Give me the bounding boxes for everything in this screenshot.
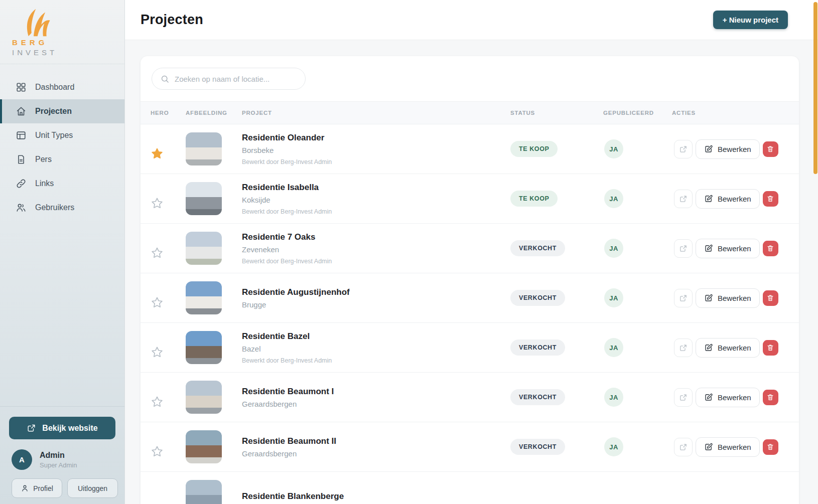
edit-icon (704, 393, 713, 402)
published-badge: JA (604, 437, 623, 456)
column-header-hero: Hero (151, 110, 186, 116)
project-title: Residentie Beaumont I (242, 387, 510, 397)
published-badge: JA (604, 388, 623, 407)
sidebar: BERG INVEST Dashboard Projecten Unit Typ… (0, 0, 125, 504)
edit-icon (704, 293, 713, 302)
project-thumbnail[interactable] (186, 232, 222, 265)
sidebar-item-gebruikers[interactable]: Gebruikers (0, 196, 124, 220)
open-external-button[interactable] (674, 438, 693, 456)
sidebar-item-pers[interactable]: Pers (0, 147, 124, 172)
logout-button[interactable]: Uitloggen (67, 478, 118, 498)
table-row: Residentie Oleander Borsbeke Bewerkt doo… (141, 124, 799, 174)
table-row: Residentie Beaumont I Geraardsbergen VER… (141, 373, 799, 422)
edit-button-label: Bewerken (718, 443, 751, 451)
page-scrollbar[interactable] (813, 2, 817, 174)
logout-button-label: Uitloggen (78, 484, 107, 492)
external-link-icon (679, 294, 688, 302)
sidebar-item-unit-types[interactable]: Unit Types (0, 123, 124, 147)
edit-button[interactable]: Bewerken (696, 239, 760, 258)
page-header: Projecten + Nieuw project (125, 0, 818, 40)
project-thumbnail[interactable] (186, 132, 222, 165)
status-badge: VERKOCHT (510, 240, 565, 256)
project-thumbnail[interactable] (186, 430, 222, 463)
hero-star-toggle[interactable] (151, 246, 186, 259)
sidebar-footer: Bekijk website A Admin Super Admin Profi… (0, 406, 124, 504)
delete-button[interactable] (763, 439, 778, 455)
sidebar-item-projecten[interactable]: Projecten (0, 99, 124, 123)
open-external-button[interactable] (674, 140, 693, 158)
edit-button[interactable]: Bewerken (696, 139, 760, 159)
project-location: Bazel (242, 345, 510, 353)
open-external-button[interactable] (674, 388, 693, 407)
projects-card: Hero Afbeelding Project Status Gepublice… (141, 56, 799, 504)
project-thumbnail[interactable] (186, 182, 222, 215)
open-external-button[interactable] (674, 339, 693, 357)
hero-star-toggle[interactable] (151, 395, 186, 408)
sidebar-item-label: Pers (35, 155, 52, 164)
search-icon (160, 74, 170, 84)
delete-button[interactable] (763, 390, 778, 405)
edit-button-label: Bewerken (718, 244, 751, 253)
published-badge: JA (604, 239, 623, 258)
column-header-gepubliceerd: Gepubliceerd (603, 110, 672, 116)
column-header-status: Status (510, 110, 603, 116)
external-link-icon (679, 195, 688, 203)
external-link-icon (679, 393, 688, 402)
external-link-icon (679, 145, 688, 153)
open-external-button[interactable] (674, 289, 693, 307)
open-external-button[interactable] (674, 190, 693, 208)
brand-logo: BERG INVEST (0, 0, 124, 64)
edit-icon (704, 442, 713, 451)
project-thumbnail[interactable] (186, 331, 222, 364)
status-badge: VERKOCHT (510, 389, 565, 405)
delete-button[interactable] (763, 141, 778, 157)
project-edited-by: Bewerkt door Berg-Invest Admin (242, 158, 510, 165)
hero-star-toggle[interactable] (151, 445, 186, 458)
search-input[interactable] (175, 75, 298, 83)
project-location: Geraardsbergen (242, 400, 510, 408)
edit-button[interactable]: Bewerken (696, 288, 760, 308)
column-header-acties: Acties (672, 110, 789, 116)
project-thumbnail[interactable] (186, 480, 222, 504)
project-edited-by: Bewerkt door Berg-Invest Admin (242, 258, 510, 265)
delete-button[interactable] (763, 290, 778, 306)
project-thumbnail[interactable] (186, 281, 222, 314)
delete-button[interactable] (763, 340, 778, 356)
hero-star-toggle[interactable] (151, 197, 186, 210)
edit-icon (704, 144, 713, 153)
hero-star-toggle[interactable] (151, 346, 186, 359)
column-header-afbeelding: Afbeelding (186, 110, 242, 116)
project-title: Residentie 7 Oaks (242, 232, 510, 242)
status-badge: VERKOCHT (510, 340, 565, 356)
sidebar-item-dashboard[interactable]: Dashboard (0, 75, 124, 99)
hero-star-toggle[interactable] (151, 147, 186, 160)
edit-button[interactable]: Bewerken (696, 437, 760, 457)
link-icon (16, 178, 27, 189)
edit-button[interactable]: Bewerken (696, 338, 760, 358)
user-role: Super Admin (40, 461, 77, 469)
new-project-button[interactable]: + Nieuw project (713, 11, 788, 29)
open-external-button[interactable] (674, 239, 693, 258)
hero-star-toggle[interactable] (151, 296, 186, 309)
edit-button[interactable]: Bewerken (696, 189, 760, 209)
table-row: Residentie Beaumont II Geraardsbergen VE… (141, 422, 799, 472)
trash-icon (766, 294, 774, 302)
delete-button[interactable] (763, 191, 778, 207)
status-badge: VERKOCHT (510, 439, 565, 455)
users-icon (16, 202, 27, 213)
edit-button[interactable]: Bewerken (696, 388, 760, 407)
project-title: Residentie Isabella (242, 183, 510, 193)
profile-button[interactable]: Profiel (12, 478, 62, 498)
project-thumbnail[interactable] (186, 381, 222, 414)
delete-button[interactable] (763, 241, 778, 256)
sidebar-item-links[interactable]: Links (0, 172, 124, 196)
trash-icon (766, 344, 774, 352)
sidebar-item-label: Gebruikers (35, 203, 74, 212)
view-website-button[interactable]: Bekijk website (9, 417, 115, 439)
project-edited-by: Bewerkt door Berg-Invest Admin (242, 208, 510, 215)
trash-icon (766, 443, 774, 451)
project-location: Borsbeke (242, 146, 510, 154)
table-row: Residentie Isabella Koksijde Bewerkt doo… (141, 174, 799, 224)
project-title: Residentie Augustijnenhof (242, 287, 510, 297)
brand-name-line2: INVEST (12, 48, 124, 57)
